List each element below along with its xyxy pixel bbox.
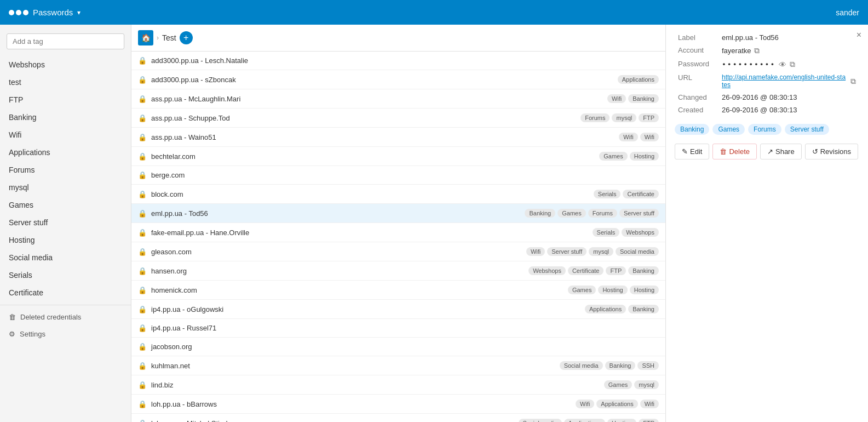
- share-label: Share: [775, 147, 795, 156]
- password-name: homenick.com: [151, 286, 564, 294]
- detail-account-val: fayeratke ⧉: [718, 44, 859, 58]
- detail-tag: Banking: [675, 124, 709, 135]
- password-name: berge.com: [151, 171, 659, 179]
- trash-icon: 🗑: [9, 313, 16, 321]
- revisions-button[interactable]: ↺ Revisions: [805, 144, 858, 159]
- app-name[interactable]: Passwords: [33, 8, 73, 17]
- list-item-tag: SSH: [637, 361, 659, 370]
- list-item-tag: Wifi: [619, 133, 637, 141]
- list-item-tag: Server stuff: [547, 247, 587, 256]
- lock-icon: 🔒: [138, 56, 147, 65]
- sidebar-item-server-stuff[interactable]: Server stuff: [0, 214, 131, 231]
- sidebar-item-forums[interactable]: Forums: [0, 161, 131, 179]
- copy-account-icon[interactable]: ⧉: [754, 46, 760, 55]
- sidebar-item-hosting[interactable]: Hosting: [0, 231, 131, 249]
- add-password-button[interactable]: +: [180, 31, 193, 44]
- list-item-tag: Wifi: [640, 400, 659, 408]
- table-row[interactable]: 🔒ass.pp.ua - McLaughlin.MariWifiBanking: [131, 89, 665, 109]
- list-item-tag: Wifi: [576, 400, 594, 408]
- lock-icon: 🔒: [138, 381, 147, 389]
- list-item-tag: Banking: [605, 361, 636, 370]
- list-item-tag: Banking: [525, 209, 555, 218]
- lock-icon: 🔒: [138, 229, 147, 237]
- sidebar-item-banking[interactable]: Banking: [0, 109, 131, 126]
- password-name: ip4.pp.ua - oGulgowski: [151, 305, 580, 313]
- password-name: loh.pp.ua - Mitchel.Stiedem: [151, 419, 514, 423]
- tag-input[interactable]: [7, 33, 124, 49]
- share-button[interactable]: ↗ Share: [760, 144, 802, 159]
- list-item-tag: Games: [604, 380, 632, 389]
- table-row[interactable]: 🔒ip4.pp.ua - oGulgowskiApplicationsBanki…: [131, 300, 665, 319]
- sidebar-item-certificate[interactable]: Certificate: [0, 284, 131, 301]
- sidebar-item-settings[interactable]: ⚙ Settings: [0, 326, 131, 343]
- table-row[interactable]: 🔒ass.pp.ua - Schuppe.TodForumsmysqlFTP: [131, 109, 665, 128]
- sidebar-item-mysql[interactable]: mysql: [0, 179, 131, 196]
- list-item-tag: Wifi: [607, 94, 626, 103]
- list-item-tag: Hosting: [630, 286, 659, 294]
- sidebar-item-serials[interactable]: Serials: [0, 266, 131, 284]
- account-value: fayeratke: [722, 47, 751, 55]
- lock-icon: 🔒: [138, 171, 147, 179]
- copy-url-icon[interactable]: ⧉: [850, 77, 856, 86]
- lock-icon: 🔒: [138, 133, 147, 141]
- list-item-tag: Wifi: [640, 133, 659, 141]
- table-row[interactable]: 🔒lind.bizGamesmysql: [131, 375, 665, 395]
- list-item-tag: Wifi: [526, 247, 545, 256]
- sidebar-item-wifi[interactable]: Wifi: [0, 126, 131, 144]
- lock-icon: 🔒: [138, 400, 147, 408]
- table-row[interactable]: 🔒add3000.pp.ua - Lesch.Natalie: [131, 52, 665, 70]
- table-row[interactable]: 🔒ass.pp.ua - Waino51WifiWifi: [131, 128, 665, 147]
- edit-button[interactable]: ✎ Edit: [675, 144, 709, 159]
- home-button[interactable]: 🏠: [138, 30, 153, 45]
- table-row[interactable]: 🔒bechtelar.comGamesHosting: [131, 147, 665, 166]
- table-row[interactable]: 🔒hansen.orgWebshopsCertificateFTPBanking: [131, 261, 665, 281]
- table-row[interactable]: 🔒ip4.pp.ua - Russel71: [131, 319, 665, 338]
- table-row[interactable]: 🔒berge.com: [131, 166, 665, 185]
- list-item-tag: Banking: [628, 94, 659, 103]
- table-row[interactable]: 🔒add3000.pp.ua - sZboncakApplications: [131, 70, 665, 89]
- table-row[interactable]: 🔒eml.pp.ua - Tod56BankingGamesForumsServ…: [131, 204, 665, 223]
- copy-password-icon[interactable]: ⧉: [790, 60, 795, 69]
- sidebar-item-test[interactable]: test: [0, 73, 131, 91]
- sidebar-item-applications[interactable]: Applications: [0, 144, 131, 161]
- password-name: ass.pp.ua - McLaughlin.Mari: [151, 95, 603, 103]
- table-row[interactable]: 🔒kuhlman.netSocial mediaBankingSSH: [131, 356, 665, 375]
- user-menu[interactable]: sander: [836, 8, 859, 17]
- close-icon[interactable]: ×: [856, 30, 861, 40]
- list-item-tag: Serials: [594, 190, 621, 198]
- show-password-icon[interactable]: 👁: [779, 60, 786, 69]
- sidebar-item-ftp[interactable]: FTP: [0, 91, 131, 109]
- lock-icon: 🔒: [138, 267, 147, 275]
- revisions-icon: ↺: [812, 147, 818, 156]
- table-row[interactable]: 🔒block.comSerialsCertificate: [131, 185, 665, 204]
- delete-button[interactable]: 🗑 Delete: [712, 144, 757, 159]
- topbar-left: Passwords ▾: [9, 8, 81, 17]
- table-row[interactable]: 🔒homenick.comGamesHostingHosting: [131, 281, 665, 300]
- app-dropdown-arrow[interactable]: ▾: [77, 9, 81, 16]
- table-row[interactable]: 🔒loh.pp.ua - bBarrowsWifiApplicationsWif…: [131, 395, 665, 414]
- lock-icon: 🔒: [138, 248, 147, 256]
- list-item-tag: Social media: [560, 361, 603, 370]
- sidebar-item-deleted[interactable]: 🗑 Deleted credentials: [0, 309, 131, 326]
- sidebar-item-webshops[interactable]: Webshops: [0, 56, 131, 73]
- list-item-tag: Applications: [596, 400, 637, 408]
- table-row[interactable]: 🔒loh.pp.ua - Mitchel.StiedemSocial media…: [131, 414, 665, 422]
- table-row[interactable]: 🔒fake-email.pp.ua - Hane.OrvilleSerialsW…: [131, 223, 665, 242]
- lock-icon: 🔒: [138, 286, 147, 294]
- detail-password-key: Password: [675, 58, 718, 71]
- list-item-tag: FTP: [639, 113, 659, 122]
- list-item-tag: Games: [557, 209, 585, 218]
- list-item-tag: Social media: [616, 247, 659, 256]
- sidebar-item-games[interactable]: Games: [0, 196, 131, 214]
- detail-actions: ✎ Edit 🗑 Delete ↗ Share ↺ Revisions: [675, 144, 859, 159]
- password-name: hansen.org: [151, 267, 524, 275]
- table-row[interactable]: 🔒gleason.comWifiServer stuffmysqlSocial …: [131, 242, 665, 261]
- sidebar: WebshopstestFTPBankingWifiApplicationsFo…: [0, 25, 131, 422]
- topbar: Passwords ▾ sander: [0, 0, 868, 25]
- list-item-tag: Webshops: [622, 228, 659, 237]
- settings-label: Settings: [20, 330, 45, 338]
- table-row[interactable]: 🔒jacobson.org: [131, 338, 665, 356]
- sidebar-item-social-media[interactable]: Social media: [0, 249, 131, 266]
- url-link[interactable]: http://api.namefake.com/english-united-s…: [722, 73, 847, 89]
- lock-icon: 🔒: [138, 209, 147, 218]
